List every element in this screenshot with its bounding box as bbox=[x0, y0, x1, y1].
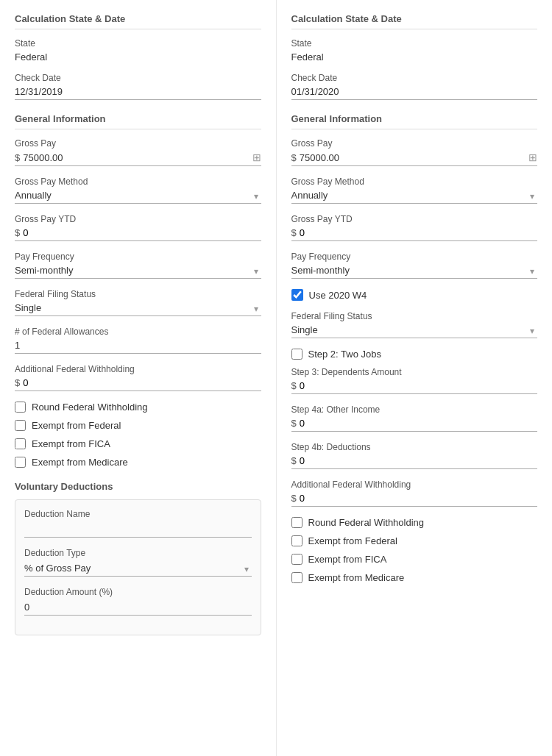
right-state-label: State bbox=[291, 38, 538, 49]
right-step3-group: Step 3: Dependents Amount $ bbox=[291, 367, 538, 394]
right-pay-frequency-group: Pay Frequency Semi-monthly Monthly Weekl… bbox=[291, 252, 538, 279]
left-federal-allowances-input[interactable] bbox=[15, 340, 261, 351]
right-check-date-label: Check Date bbox=[291, 73, 538, 83]
right-gross-pay-label: Gross Pay bbox=[291, 138, 538, 149]
right-pay-frequency-select[interactable]: Semi-monthly Monthly Weekly Bi-weekly bbox=[291, 265, 538, 276]
right-general-title: General Information bbox=[291, 113, 538, 129]
left-federal-filing-select-wrapper: Single Married Married, but withhold at … bbox=[15, 302, 261, 316]
right-gross-pay-ytd-wrapper: $ bbox=[291, 227, 538, 241]
left-general-title: General Information bbox=[15, 113, 261, 129]
left-gross-pay-method-select[interactable]: Annually Monthly Semi-monthly Weekly Bi-… bbox=[15, 190, 261, 201]
right-additional-federal-group: Additional Federal Withholding $ bbox=[291, 479, 538, 507]
right-step4b-input[interactable] bbox=[300, 455, 537, 466]
right-step2-row: Step 2: Two Jobs bbox=[291, 349, 538, 360]
left-gross-pay-group: Gross Pay $ ⊞ bbox=[15, 138, 261, 166]
right-gross-pay-ytd-group: Gross Pay YTD $ bbox=[291, 214, 538, 241]
left-deduction-name-input[interactable] bbox=[24, 524, 252, 538]
left-deduction-type-group: Deduction Type % of Gross Pay Fixed Amou… bbox=[24, 548, 252, 577]
right-gross-pay-ytd-input[interactable] bbox=[300, 227, 537, 238]
left-gross-pay-ytd-input[interactable] bbox=[23, 227, 261, 238]
right-additional-federal-prefix: $ bbox=[291, 493, 297, 504]
right-gross-pay-ytd-label: Gross Pay YTD bbox=[291, 214, 538, 224]
right-use-w4-row: Use 2020 W4 bbox=[291, 289, 538, 301]
right-exempt-federal-row: Exempt from Federal bbox=[291, 535, 538, 546]
left-deduction-type-select-wrapper: % of Gross Pay Fixed Amount % of Net Pay… bbox=[24, 563, 252, 577]
left-deduction-amount-input[interactable] bbox=[24, 602, 252, 616]
left-check-date-input-wrapper bbox=[15, 86, 261, 100]
right-check-date-group: Check Date bbox=[291, 73, 538, 100]
right-check-date-input[interactable] bbox=[291, 86, 538, 97]
right-gross-pay-input-wrapper: $ ⊞ bbox=[291, 151, 538, 166]
left-additional-federal-input[interactable] bbox=[23, 377, 261, 388]
left-exempt-fica-label: Exempt from FICA bbox=[32, 438, 110, 449]
right-round-federal-label: Round Federal Withholding bbox=[308, 517, 425, 528]
left-additional-federal-wrapper: $ bbox=[15, 377, 261, 391]
right-exempt-fica-row: Exempt from FICA bbox=[291, 554, 538, 565]
left-exempt-fica-checkbox[interactable] bbox=[15, 438, 26, 449]
right-gross-pay-method-select[interactable]: Annually Monthly Semi-monthly Weekly Bi-… bbox=[291, 190, 538, 201]
right-federal-filing-group: Federal Filing Status Single Married Mar… bbox=[291, 311, 538, 338]
left-deduction-box: Deduction Name Deduction Type % of Gross… bbox=[15, 499, 261, 635]
right-exempt-medicare-label: Exempt from Medicare bbox=[308, 572, 405, 583]
left-pay-frequency-select[interactable]: Semi-monthly Monthly Weekly Bi-weekly bbox=[15, 265, 261, 276]
left-gross-pay-ytd-label: Gross Pay YTD bbox=[15, 214, 261, 224]
left-gross-pay-prefix: $ bbox=[15, 152, 20, 163]
right-calc-title: Calculation State & Date bbox=[291, 13, 538, 29]
left-exempt-medicare-checkbox[interactable] bbox=[15, 457, 26, 468]
right-exempt-fica-checkbox[interactable] bbox=[291, 554, 302, 565]
right-round-federal-checkbox[interactable] bbox=[291, 517, 302, 528]
right-step4a-input[interactable] bbox=[300, 418, 537, 429]
left-exempt-medicare-row: Exempt from Medicare bbox=[15, 457, 261, 468]
left-state-label: State bbox=[15, 38, 261, 49]
left-exempt-federal-checkbox[interactable] bbox=[15, 420, 26, 431]
left-gross-pay-input[interactable] bbox=[23, 152, 249, 163]
left-round-federal-row: Round Federal Withholding bbox=[15, 402, 261, 413]
left-deduction-amount-group: Deduction Amount (%) bbox=[24, 587, 252, 616]
right-grid-icon[interactable]: ⊞ bbox=[528, 151, 537, 163]
left-voluntary-title: Voluntary Deductions bbox=[15, 481, 261, 492]
right-step2-checkbox[interactable] bbox=[291, 349, 302, 360]
left-gross-pay-method-label: Gross Pay Method bbox=[15, 176, 261, 187]
left-round-federal-checkbox[interactable] bbox=[15, 402, 26, 413]
left-state-group: State Federal bbox=[15, 38, 261, 63]
right-step4a-label: Step 4a: Other Income bbox=[291, 404, 538, 415]
left-deduction-type-label: Deduction Type bbox=[24, 548, 252, 558]
right-exempt-federal-checkbox[interactable] bbox=[291, 535, 302, 546]
right-federal-filing-select[interactable]: Single Married Married, but withhold at … bbox=[291, 324, 538, 335]
left-federal-filing-label: Federal Filing Status bbox=[15, 289, 261, 299]
right-column: Calculation State & Date State Federal C… bbox=[277, 0, 553, 756]
right-gross-pay-prefix: $ bbox=[291, 152, 297, 163]
left-deduction-name-label: Deduction Name bbox=[24, 509, 252, 519]
right-additional-federal-input[interactable] bbox=[300, 493, 537, 504]
right-check-date-input-wrapper bbox=[291, 86, 538, 100]
right-pay-frequency-label: Pay Frequency bbox=[291, 252, 538, 262]
left-gross-pay-method-group: Gross Pay Method Annually Monthly Semi-m… bbox=[15, 176, 261, 204]
right-use-w4-checkbox[interactable] bbox=[291, 289, 303, 301]
left-exempt-federal-row: Exempt from Federal bbox=[15, 420, 261, 431]
right-additional-federal-label: Additional Federal Withholding bbox=[291, 479, 538, 490]
left-deduction-amount-label: Deduction Amount (%) bbox=[24, 587, 252, 597]
right-exempt-medicare-row: Exempt from Medicare bbox=[291, 572, 538, 583]
left-gross-pay-ytd-prefix: $ bbox=[15, 227, 20, 238]
left-calc-section: Calculation State & Date State Federal C… bbox=[15, 13, 261, 100]
left-exempt-federal-label: Exempt from Federal bbox=[32, 420, 121, 431]
left-additional-federal-label: Additional Federal Withholding bbox=[15, 364, 261, 374]
left-voluntary-section: Voluntary Deductions Deduction Name Dedu… bbox=[15, 481, 261, 635]
right-exempt-medicare-checkbox[interactable] bbox=[291, 572, 302, 583]
left-federal-filing-select[interactable]: Single Married Married, but withhold at … bbox=[15, 302, 261, 313]
left-federal-filing-group: Federal Filing Status Single Married Mar… bbox=[15, 289, 261, 316]
right-step4b-prefix: $ bbox=[291, 455, 297, 466]
right-gross-pay-input[interactable] bbox=[300, 152, 526, 163]
left-federal-allowances-wrapper bbox=[15, 340, 261, 354]
left-exempt-fica-row: Exempt from FICA bbox=[15, 438, 261, 449]
left-check-date-label: Check Date bbox=[15, 73, 261, 83]
right-state-value: Federal bbox=[291, 51, 538, 63]
right-exempt-fica-label: Exempt from FICA bbox=[308, 554, 387, 565]
left-deduction-type-select[interactable]: % of Gross Pay Fixed Amount % of Net Pay bbox=[24, 563, 252, 574]
grid-icon[interactable]: ⊞ bbox=[252, 151, 261, 163]
right-gross-pay-method-select-wrapper: Annually Monthly Semi-monthly Weekly Bi-… bbox=[291, 190, 538, 204]
right-step3-prefix: $ bbox=[291, 380, 297, 391]
left-check-date-input[interactable] bbox=[15, 86, 261, 97]
right-step4a-group: Step 4a: Other Income $ bbox=[291, 404, 538, 432]
right-step3-input[interactable] bbox=[300, 380, 537, 391]
